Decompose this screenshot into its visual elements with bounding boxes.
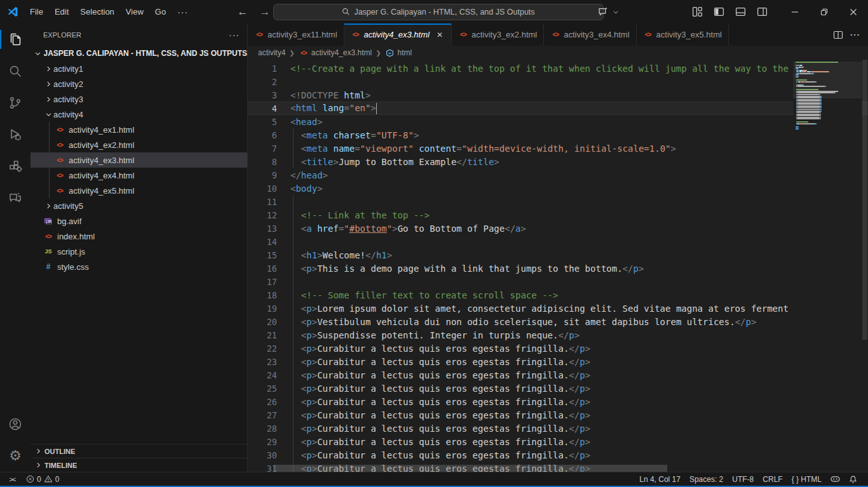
tree-item-activity5[interactable]: activity5: [31, 198, 247, 213]
tree-item-activity4_ex3.html[interactable]: <>activity4_ex3.html: [31, 152, 247, 168]
nav-back-button[interactable]: ←: [237, 6, 248, 18]
sidebar-section-outline[interactable]: OUTLINE: [31, 444, 247, 458]
more-actions-icon[interactable]: ⋯: [850, 29, 860, 41]
tree-item-activity4_ex1.html[interactable]: <>activity4_ex1.html: [31, 122, 247, 137]
code-line-18[interactable]: 18 <!-- Some filler text to create scrol…: [248, 288, 868, 302]
minimap[interactable]: [793, 62, 862, 472]
tab-close-icon[interactable]: ✕: [435, 30, 445, 39]
code-line-21[interactable]: 21 <p>Suspendisse potenti. Integer in tu…: [248, 328, 868, 342]
code-line-19[interactable]: 19 <p>Lorem ipsum dolor sit amet, consec…: [248, 302, 868, 315]
activity-bar-source-control[interactable]: [0, 87, 31, 119]
code-line-27[interactable]: 27 <p>Curabitur a lectus quis eros egest…: [248, 408, 868, 422]
tree-item-label: bg.avif: [57, 217, 81, 226]
code-line-12[interactable]: 12 <!-- Link at the top -->: [248, 208, 868, 222]
code-line-1[interactable]: 1<!--Create a page with a link at the to…: [248, 62, 868, 75]
tree-item-activity4_ex4.html[interactable]: <>activity4_ex4.html: [31, 168, 247, 183]
tree-item-activity3[interactable]: activity3: [31, 91, 247, 107]
tab-activity4_ex3.html[interactable]: <>activity4_ex3.html✕: [344, 23, 452, 46]
minimize-button[interactable]: [780, 0, 810, 23]
code-line-14[interactable]: 14: [248, 235, 868, 248]
code-line-5[interactable]: 5<head>: [248, 115, 868, 128]
chevron-right-icon: [43, 65, 53, 72]
customize-layout-button[interactable]: [688, 4, 707, 20]
remote-indicator[interactable]: ><: [3, 472, 22, 486]
menu-go[interactable]: Go: [149, 4, 172, 20]
tree-item-activity1[interactable]: activity1: [31, 61, 247, 76]
activity-bar-settings[interactable]: ⚙: [0, 440, 31, 472]
activity-bar-explorer[interactable]: [0, 23, 31, 55]
workspace-root-row[interactable]: JASPER G. CALIPAYAN - HTML, CSS, AND JS …: [31, 46, 247, 61]
toggle-primary-sidebar-button[interactable]: [709, 4, 728, 20]
activity-bar-chat[interactable]: [0, 182, 31, 214]
tab-activity3_ex5.html[interactable]: <>activity3_ex5.html: [637, 23, 729, 46]
chat-button[interactable]: [593, 4, 619, 20]
activity-bar-search[interactable]: [0, 55, 31, 87]
code-line-30[interactable]: 30 <p>Curabitur a lectus quis eros egest…: [248, 448, 868, 462]
tab-activity3_ex2.html[interactable]: <>activity3_ex2.html: [452, 23, 544, 46]
nav-forward-button[interactable]: →: [259, 6, 270, 18]
activity-bar-run-debug[interactable]: [0, 119, 31, 150]
vertical-scrollbar[interactable]: [862, 60, 868, 472]
toggle-secondary-sidebar-button[interactable]: [752, 4, 771, 20]
menu-edit[interactable]: Edit: [49, 4, 74, 20]
tree-item-activity4[interactable]: activity4: [31, 107, 247, 122]
close-button[interactable]: [839, 0, 868, 23]
code-line-2[interactable]: 2: [248, 75, 868, 88]
tree-item-style.css[interactable]: #style.css: [31, 259, 247, 274]
code-line-10[interactable]: 10<body>: [248, 182, 868, 195]
code-line-6[interactable]: 6 <meta charset="UTF-8">: [248, 128, 868, 142]
status-copilot[interactable]: [826, 472, 844, 486]
code-line-20[interactable]: 20 <p>Vestibulum vehicula dui non odio s…: [248, 315, 868, 328]
code-line-15[interactable]: 15 <h1>Welcome!</h1>: [248, 248, 868, 262]
command-center[interactable]: Jasper G. Calipayan - HTML, CSS, and JS …: [273, 4, 604, 20]
split-editor-icon[interactable]: [833, 30, 843, 40]
code-line-11[interactable]: 11: [248, 195, 868, 208]
code-line-26[interactable]: 26 <p>Curabitur a lectus quis eros egest…: [248, 395, 868, 408]
code-line-16[interactable]: 16 <p>This is a demo page with a link th…: [248, 262, 868, 275]
minimap-slider[interactable]: [793, 62, 862, 98]
tree-item-bg.avif[interactable]: bg.avif: [31, 213, 247, 229]
code-line-23[interactable]: 23 <p>Curabitur a lectus quis eros egest…: [248, 355, 868, 368]
restore-button[interactable]: [810, 0, 839, 23]
code-line-22[interactable]: 22 <p>Curabitur a lectus quis eros egest…: [248, 342, 868, 355]
code-line-8[interactable]: 8 <title>Jump to Bottom Example</title>: [248, 155, 868, 168]
tree-item-activity4_ex2.html[interactable]: <>activity4_ex2.html: [31, 137, 247, 152]
tab-activity3_ex11.html[interactable]: <>activity3_ex11.html: [248, 23, 344, 46]
sidebar-section-timeline[interactable]: TIMELINE: [31, 458, 247, 472]
code-line-4[interactable]: 4<html lang="en">: [248, 102, 868, 115]
code-line-24[interactable]: 24 <p>Curabitur a lectus quis eros egest…: [248, 368, 868, 382]
status-cursor-position[interactable]: Ln 4, Col 17: [635, 472, 685, 486]
breadcrumb-item-html[interactable]: html: [385, 48, 412, 57]
menu-overflow[interactable]: ···: [172, 4, 194, 20]
status-notifications[interactable]: [844, 472, 862, 486]
code-line-17[interactable]: 17: [248, 275, 868, 288]
status-language-mode[interactable]: { } HTML: [787, 472, 826, 486]
breadcrumb-item-activity4[interactable]: activity4: [258, 48, 285, 57]
tree-item-index.html[interactable]: <>index.html: [31, 229, 247, 244]
status-eol[interactable]: CRLF: [758, 472, 787, 486]
activity-bar-accounts[interactable]: [0, 408, 31, 440]
activity-bar-extensions[interactable]: [0, 150, 31, 182]
code-line-3[interactable]: 3<!DOCTYPE html>: [248, 88, 868, 102]
tree-item-activity2[interactable]: activity2: [31, 76, 247, 91]
code-line-9[interactable]: 9</head>: [248, 168, 868, 182]
tree-item-script.js[interactable]: JSscript.js: [31, 244, 247, 259]
explorer-actions-button[interactable]: ···: [229, 30, 240, 40]
code-line-28[interactable]: 28 <p>Curabitur a lectus quis eros egest…: [248, 422, 868, 435]
code-line-7[interactable]: 7 <meta name="viewport" content="width=d…: [248, 142, 868, 155]
menu-selection[interactable]: Selection: [74, 4, 119, 20]
breadcrumb-item-activity4_ex3.html[interactable]: <>activity4_ex3.html: [299, 48, 372, 57]
menu-file[interactable]: File: [24, 4, 49, 20]
menu-view[interactable]: View: [120, 4, 149, 20]
status-indentation[interactable]: Spaces: 2: [685, 472, 728, 486]
tree-item-activity4_ex5.html[interactable]: <>activity4_ex5.html: [31, 183, 247, 198]
code-editor[interactable]: 1<!--Create a page with a link at the to…: [248, 60, 868, 472]
status-encoding[interactable]: UTF-8: [728, 472, 758, 486]
toggle-panel-button[interactable]: [731, 4, 750, 20]
code-line-13[interactable]: 13 <a href="#bottom">Go to Bottom of Pag…: [248, 222, 868, 235]
code-line-25[interactable]: 25 <p>Curabitur a lectus quis eros egest…: [248, 382, 868, 395]
problems-indicator[interactable]: 0 0: [22, 472, 64, 486]
horizontal-scrollbar[interactable]: [248, 465, 793, 472]
tab-activity3_ex4.html[interactable]: <>activity3_ex4.html: [544, 23, 636, 46]
code-line-29[interactable]: 29 <p>Curabitur a lectus quis eros egest…: [248, 435, 868, 448]
